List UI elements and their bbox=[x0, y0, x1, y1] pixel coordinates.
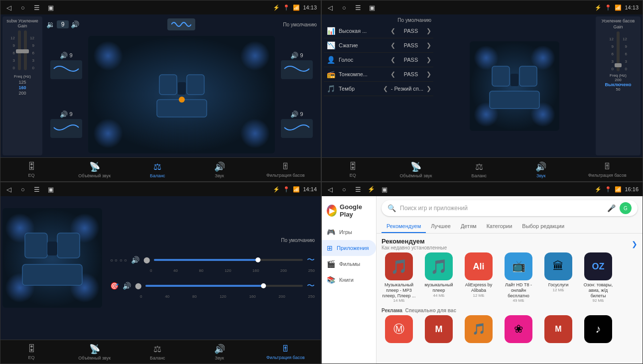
recent-btn-q2[interactable]: ▣ bbox=[368, 3, 377, 12]
gain-thumb-right[interactable] bbox=[22, 49, 29, 53]
slider-1-track[interactable] bbox=[154, 259, 303, 261]
app-icon-mts: Ⓜ bbox=[385, 315, 413, 343]
app-card-music-ad[interactable]: 🎵 bbox=[461, 315, 496, 345]
nav-balance-q1[interactable]: ⚖ Баланс bbox=[142, 161, 172, 178]
bass-slider-v[interactable] bbox=[617, 31, 620, 71]
menu-btn-q2[interactable]: ☰ bbox=[354, 3, 363, 12]
svg-rect-11 bbox=[22, 264, 82, 285]
nav-sound-q2[interactable]: 🔊 Звук bbox=[526, 161, 556, 178]
recommended-more[interactable]: ❯ bbox=[632, 240, 638, 248]
nav-bass-q1[interactable]: 🎚 Фильтрация басов bbox=[266, 161, 305, 178]
wifi-icon-q2: 📶 bbox=[615, 4, 622, 11]
car-seats-svg bbox=[152, 67, 212, 122]
play-search-bar[interactable]: 🔍 Поиск игр и приложений 🎤 G bbox=[382, 200, 638, 216]
nav-eq-q2[interactable]: 🎛 EQ bbox=[338, 161, 368, 178]
back-btn-q1[interactable]: ◁ bbox=[4, 3, 13, 12]
tab-categories[interactable]: Категории bbox=[482, 220, 517, 233]
menu-btn-q3[interactable]: ☰ bbox=[32, 185, 41, 194]
nav-sound-q1[interactable]: 🔊 Звук bbox=[205, 161, 235, 178]
app-card-tiktok[interactable]: ♪ bbox=[581, 315, 616, 345]
nav-surround-q3[interactable]: 📡 Объёмный звук bbox=[78, 344, 111, 361]
app-card-ali[interactable]: Ali AliExpress by Alibaba 12 МБ bbox=[461, 252, 496, 303]
audio-row-compress[interactable]: 📉 Сжатие ❮ PASS ❯ bbox=[324, 38, 433, 53]
app-card-gosuslugi[interactable]: 🏛 Госуслуги 12 МБ bbox=[541, 252, 576, 303]
slider-2-ticks: 0 40 80 120 160 200 250 bbox=[110, 294, 315, 299]
audio-row-high[interactable]: 📊 Высокая ... ❮ PASS ❯ bbox=[324, 24, 433, 38]
bass-freq-50: 50 bbox=[616, 87, 621, 92]
gain-slider-right[interactable] bbox=[24, 30, 27, 70]
high-chevron-right[interactable]: ❯ bbox=[426, 27, 431, 34]
tab-recommended[interactable]: Рекомендуем bbox=[382, 220, 426, 233]
time-q2: 14:13 bbox=[625, 4, 639, 10]
surround-icon-q1: 📡 bbox=[89, 161, 100, 172]
play-nav-apps[interactable]: ⊞ Приложения bbox=[322, 240, 376, 256]
back-btn-q3[interactable]: ◁ bbox=[4, 185, 13, 194]
slider-left[interactable] bbox=[18, 30, 21, 70]
status-bar-q4: ◁ ○ ☰ ⚡ ▣ ⚡ 📍 📶 16:16 bbox=[322, 182, 643, 196]
mic-icon-play[interactable]: 🎤 bbox=[607, 204, 616, 212]
play-nav-games[interactable]: 🎮 Игры bbox=[322, 224, 376, 240]
svg-rect-1 bbox=[187, 75, 204, 95]
bass-thumb[interactable] bbox=[615, 63, 622, 67]
recommended-subtitle: Как недавно установленные bbox=[382, 245, 447, 250]
car-interior-q2 bbox=[470, 41, 559, 131]
gain-slider-left[interactable] bbox=[18, 30, 21, 70]
balance-label-q2: Баланс bbox=[471, 173, 487, 178]
recent-btn-q1[interactable]: ▣ bbox=[46, 3, 55, 12]
audio-row-tone[interactable]: 📻 Тонкомпе... ❮ PASS ❯ bbox=[324, 67, 433, 82]
nav-balance-q2[interactable]: ⚖ Баланс bbox=[464, 161, 494, 178]
search-input-play[interactable]: Поиск игр и приложений bbox=[400, 205, 603, 212]
app-card-music-player[interactable]: 🎵 Музыкальный плеер - MP3 плеер, Плеер .… bbox=[382, 252, 416, 303]
nav-sound-q3[interactable]: 🔊 Звук bbox=[205, 344, 235, 361]
nav-surround-q1[interactable]: 📡 Объёмный звук bbox=[78, 161, 111, 178]
vol-number-top: 9 bbox=[57, 20, 69, 28]
avatar-play[interactable]: G bbox=[620, 202, 632, 214]
app-card-lighthd[interactable]: 📺 Лайт HD T8 - онлайн бесплатно 49 МБ bbox=[501, 252, 536, 303]
menu-btn-q4[interactable]: ☰ bbox=[354, 185, 363, 194]
apps-icon: ⊞ bbox=[327, 244, 333, 252]
wave-button-top[interactable] bbox=[167, 18, 195, 30]
nav-eq-q3[interactable]: 🎛 EQ bbox=[16, 344, 46, 360]
home-btn-q1[interactable]: ○ bbox=[18, 3, 27, 12]
eq-icon-q1: 🎛 bbox=[27, 161, 36, 172]
slider-2-thumb[interactable] bbox=[261, 283, 266, 288]
tab-editors-choice[interactable]: Выбор редакции bbox=[517, 220, 569, 233]
quadrant-3-bass-filter: ◁ ○ ☰ ▣ ⚡ 📍 📶 14:14 bbox=[0, 182, 321, 364]
menu-btn-q1[interactable]: ☰ bbox=[32, 3, 41, 12]
app-card-music2[interactable]: 🎵 музыкальный плеер 44 МБ bbox=[421, 252, 456, 303]
app-card-ozon[interactable]: OZ Озон: товары, авиа, ж/д билеты 92 МБ bbox=[581, 252, 616, 303]
home-btn-q2[interactable]: ○ bbox=[340, 3, 349, 12]
slider-1-thumb[interactable] bbox=[256, 257, 260, 262]
nav-balance-q3[interactable]: ⚖ Баланс bbox=[142, 344, 172, 361]
slider-right[interactable] bbox=[24, 30, 27, 70]
nav-bass-q3[interactable]: 🎚 Фильтрация басов bbox=[266, 344, 305, 360]
high-chevron-left[interactable]: ❮ bbox=[390, 27, 395, 34]
play-nav-books[interactable]: 📚 Книги bbox=[322, 272, 376, 288]
recent-btn-q3[interactable]: ▣ bbox=[46, 185, 55, 194]
app-card-mts[interactable]: Ⓜ bbox=[382, 315, 416, 345]
app-card-flo[interactable]: ❀ bbox=[501, 315, 536, 345]
nav-surround-q2[interactable]: 📡 Объёмный звук bbox=[400, 161, 432, 178]
app-card-mvideo[interactable]: М bbox=[421, 315, 456, 345]
vol-up-icon[interactable]: 🔊 bbox=[71, 20, 79, 28]
audio-row-timbre[interactable]: 🎵 Тембр ❮ - Резкий сп... ❯ bbox=[324, 82, 433, 96]
vol-down-icon[interactable]: 🔉 bbox=[46, 20, 55, 28]
balance-label-q3: Баланс bbox=[150, 356, 165, 361]
recent-btn-q4[interactable]: ▣ bbox=[380, 185, 389, 194]
back-btn-q2[interactable]: ◁ bbox=[326, 3, 335, 12]
play-nav-movies[interactable]: 🎬 Фильмы bbox=[322, 256, 376, 272]
nav-bass-q2[interactable]: 🎚 Фильтрация басов bbox=[588, 161, 627, 178]
bass-freq-label: Freq (Hz) bbox=[610, 73, 627, 78]
audio-row-voice[interactable]: 👤 Голос ❮ PASS ❯ bbox=[324, 53, 433, 67]
nav-eq-q1[interactable]: 🎛 EQ bbox=[16, 161, 46, 178]
slider-2-track[interactable] bbox=[145, 285, 303, 287]
tab-kids[interactable]: Детям bbox=[456, 220, 482, 233]
bottom-nav-q3: 🎛 EQ 📡 Объёмный звук ⚖ Баланс 🔊 Звук 🎚 Ф… bbox=[0, 340, 321, 364]
back-btn-q4[interactable]: ◁ bbox=[326, 185, 335, 194]
home-btn-q4[interactable]: ○ bbox=[340, 185, 349, 194]
tab-best[interactable]: Лучшее bbox=[426, 220, 456, 233]
app-icon-flo: ❀ bbox=[505, 315, 532, 343]
app-card-auto[interactable]: M bbox=[541, 315, 576, 345]
bass-slider[interactable] bbox=[617, 31, 620, 71]
home-btn-q3[interactable]: ○ bbox=[18, 185, 27, 194]
